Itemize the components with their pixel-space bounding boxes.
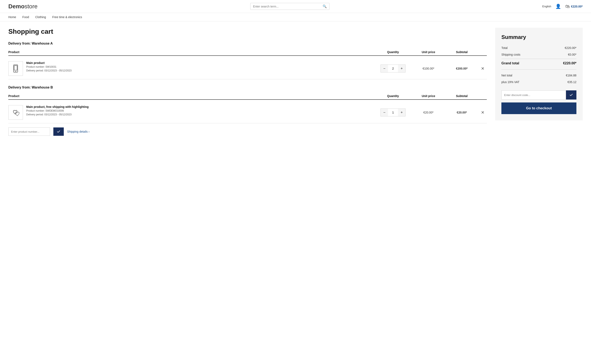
warehouse-a-label: Delivery from: Warehouse A [8,42,487,46]
summary-title: Summary [501,34,576,40]
product-image-a-0 [8,61,23,76]
discount-check-icon [569,93,573,97]
col-price-b: Unit price [412,94,445,98]
summary-vat-value: €35.12 [567,80,576,84]
header: Demostore 🔍 English 👤 🛍 €220.00* [0,0,591,13]
summary-net-row: Net total €184.88 [501,72,576,79]
search-bar[interactable]: 🔍 [250,3,329,10]
product-row-a-0: Main product Product number: SW10031 Del… [8,58,487,79]
qty-input-a-0[interactable] [388,67,398,70]
product-details-a-0: Main product Product number: SW10031 Del… [26,61,72,72]
main-content: Shopping cart Delivery from: Warehouse A… [0,21,591,148]
page-title: Shopping cart [8,28,487,35]
summary-vat-row: plus 19% VAT €35.12 [501,79,576,85]
logo: Demostore [8,3,38,10]
subtotal-a-0: €200.00* [445,67,478,70]
nav-free-time[interactable]: Free time & electronics [52,15,82,19]
phone-icon [12,64,20,73]
product-number-a-0: Product number: SW10031 [26,65,72,68]
add-product-row: Shipping details › [8,127,487,136]
warehouse-a-group: Delivery from: Warehouse A Product Quant… [8,42,487,79]
col-qty-a: Quantity [374,50,412,54]
summary-total-row: Total €220.00* [501,45,576,51]
col-qty-b: Quantity [374,94,412,98]
summary-box: Summary Total €220.00* Shipping costs €0… [495,28,583,120]
qty-col-b-0: − + [374,109,412,117]
col-subtotal-b: Subtotal [445,94,478,98]
qty-stepper-a-0[interactable]: − + [380,65,405,72]
cart-section: Shopping cart Delivery from: Warehouse A… [8,28,487,142]
cart-price: €220.00* [571,5,583,8]
product-delivery-a-0: Delivery period: 03/12/2023 - 05/12/2023 [26,69,72,72]
product-delivery-b-0: Delivery period: 03/12/2023 - 05/12/2023 [26,113,89,116]
qty-increase-a-0[interactable]: + [398,65,405,72]
search-input[interactable] [253,5,323,8]
qty-decrease-b-0[interactable]: − [381,109,388,116]
col-product-a: Product [8,50,374,54]
unit-price-b-0: €20.00* [412,111,445,114]
remove-btn-b-0[interactable]: ✕ [478,110,487,115]
checkout-button[interactable]: Go to checkout [501,103,576,114]
cart-button[interactable]: 🛍 €220.00* [565,4,583,9]
qty-col-a-0: − + [374,65,412,72]
warehouse-b-label: Delivery from: Warehouse B [8,86,487,89]
nav-home[interactable]: Home [8,15,16,19]
product-number-b-0: Product number: SWDEMO10006 [26,109,89,112]
qty-stepper-b-0[interactable]: − + [380,109,405,117]
header-right: English 👤 🛍 €220.00* [542,4,583,9]
logo-light: store [25,3,38,10]
summary-net-value: €184.88 [566,74,576,77]
add-product-button[interactable] [53,127,64,136]
warehouse-b-group: Delivery from: Warehouse B Product Quant… [8,86,487,136]
summary-vat-block: Net total €184.88 plus 19% VAT €35.12 [501,69,576,85]
summary-grand-total-row: Grand total €220.00* [501,59,576,67]
product-number-input[interactable] [8,127,50,136]
col-product-b: Product [8,94,374,98]
unit-price-a-0: €100.00* [412,67,445,70]
product-name-a-0: Main product [26,61,72,65]
checkmark-icon [57,130,60,133]
summary-net-label: Net total [501,74,512,77]
col-price-a: Unit price [412,50,445,54]
search-icon: 🔍 [323,4,327,8]
product-details-b-0: Main product, free shipping with highlig… [26,105,89,116]
summary-grand-total-value: €220.00* [563,61,576,65]
subtotal-b-0: €20.00* [445,111,478,114]
shipping-details-link[interactable]: Shipping details › [67,130,90,133]
summary-shipping-row: Shipping costs €0.00* [501,51,576,58]
language-selector[interactable]: English [542,5,551,8]
chevron-right-icon: › [89,130,90,133]
product-row-b-0: Main product, free shipping with highlig… [8,102,487,123]
logo-bold: Demo [8,3,25,10]
product-info-a-0: Main product Product number: SW10031 Del… [8,61,374,76]
discount-apply-button[interactable] [566,90,576,99]
qty-decrease-a-0[interactable]: − [381,65,388,72]
warehouse-b-table-header: Product Quantity Unit price Subtotal [8,93,487,100]
discount-row [501,90,576,99]
nav-food[interactable]: Food [22,15,29,19]
summary-section: Summary Total €220.00* Shipping costs €0… [495,28,583,142]
cart-icon: 🛍 [565,4,570,9]
qty-input-b-0[interactable] [388,111,398,114]
summary-total-value: €220.00* [565,46,576,50]
main-nav: Home Food Clothing Free time & electroni… [0,13,591,21]
discount-input[interactable] [501,90,566,99]
summary-shipping-label: Shipping costs [501,53,520,56]
svg-rect-2 [14,65,17,70]
summary-vat-label: plus 19% VAT [501,80,519,84]
remove-btn-a-0[interactable]: ✕ [478,66,487,71]
account-icon[interactable]: 👤 [555,4,561,9]
product-name-b-0: Main product, free shipping with highlig… [26,105,89,109]
summary-shipping-value: €0.00* [568,53,576,56]
product-info-b-0: Main product, free shipping with highlig… [8,105,374,120]
product-image-b-0 [8,105,23,120]
qty-increase-b-0[interactable]: + [398,109,405,116]
summary-grand-total-label: Grand total [501,61,519,65]
col-subtotal-a: Subtotal [445,50,478,54]
summary-total-label: Total [501,46,508,50]
hearts-icon [12,108,20,117]
warehouse-a-table-header: Product Quantity Unit price Subtotal [8,49,487,56]
shipping-details-label: Shipping details [67,130,88,133]
nav-clothing[interactable]: Clothing [35,15,46,19]
